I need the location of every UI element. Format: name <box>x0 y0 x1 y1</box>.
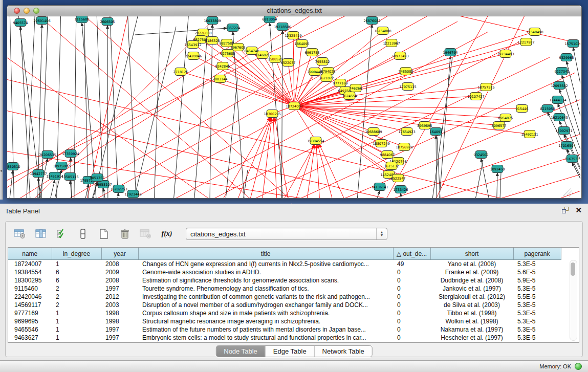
scrollbar-thumb[interactable] <box>571 262 575 276</box>
cell-name[interactable]: 9115460 <box>8 285 52 293</box>
cell-name[interactable]: 9777169 <box>8 309 52 317</box>
column-header-year[interactable]: year <box>101 248 138 260</box>
new-column-icon[interactable] <box>97 227 111 240</box>
network-node[interactable]: 1650510 <box>7 163 20 170</box>
cell-year[interactable]: 1997 <box>101 325 138 334</box>
cell-year[interactable]: 1998 <box>101 317 138 325</box>
cell-short[interactable]: Dudbridge et al. (2008) <box>430 276 513 285</box>
network-node[interactable]: 3624554 <box>342 92 357 100</box>
cell-year[interactable]: 1998 <box>101 309 138 317</box>
close-window-icon[interactable] <box>14 8 20 14</box>
network-node[interactable]: 1615132 <box>384 162 399 170</box>
cell-pagerank[interactable]: 5.3E-5 <box>513 334 561 342</box>
cell-name[interactable]: 19384554 <box>8 268 52 276</box>
cell-in_degree[interactable]: 1 <box>52 334 101 342</box>
network-node[interactable]: 9275685 <box>221 50 235 57</box>
network-node[interactable]: 2803144 <box>213 75 228 83</box>
network-node[interactable]: 16033809 <box>204 17 221 25</box>
cell-title[interactable]: Tourette syndrome. Phenomenology and cla… <box>138 285 393 293</box>
cell-pagerank[interactable]: 5.3E-5 <box>513 260 561 269</box>
network-node[interactable]: 1946794 <box>443 49 458 56</box>
cell-short[interactable]: de Silva et al. (2003) <box>430 301 513 309</box>
cell-in_degree[interactable]: 6 <box>52 268 101 276</box>
network-node[interactable]: 16154808 <box>374 27 391 35</box>
network-node[interactable]: 15751024 <box>564 40 580 48</box>
cell-out_de[interactable]: 0 <box>393 334 430 342</box>
cell-out_de[interactable]: 0 <box>393 285 430 293</box>
network-node[interactable]: 9777169 <box>333 79 348 87</box>
network-node[interactable]: 15492131 <box>521 130 538 138</box>
network-node[interactable]: 2606505 <box>100 18 115 26</box>
network-node[interactable]: 17016504 <box>558 142 575 149</box>
cell-pagerank[interactable]: 5.9E-5 <box>513 276 561 285</box>
network-node[interactable]: 13942737 <box>30 170 47 178</box>
cell-name[interactable]: 18724007 <box>8 260 52 269</box>
cell-short[interactable]: Yano et al. (2008) <box>430 260 513 269</box>
network-node[interactable]: 6522037 <box>281 59 296 67</box>
cell-title[interactable]: Disruption of a novel member of a sodium… <box>138 301 393 309</box>
network-node[interactable]: 13505115 <box>61 173 78 181</box>
network-node[interactable]: 9051357 <box>90 174 105 182</box>
network-node[interactable]: 1621072 <box>319 74 334 82</box>
cell-in_degree[interactable]: 1 <box>52 260 101 269</box>
network-node[interactable]: 16210643 <box>551 114 568 121</box>
cell-year[interactable]: 2003 <box>101 301 138 309</box>
network-node[interactable]: 9242845 <box>215 62 230 70</box>
table-row[interactable]: 1456911722003Disruption of a novel membe… <box>8 301 561 309</box>
cell-in_degree[interactable]: 2 <box>52 293 101 301</box>
left-panel-collapsed-strip[interactable]: ◂ <box>0 0 3 200</box>
cell-year[interactable]: 2012 <box>101 293 138 301</box>
table-settings-icon[interactable] <box>13 227 27 240</box>
cell-title[interactable]: Structural magnetic resonance image aver… <box>138 317 393 325</box>
table-row[interactable]: 1830029562008Estimation of significance … <box>8 276 561 285</box>
network-node[interactable]: 9884067 <box>380 151 395 159</box>
cell-out_de[interactable]: 0 <box>393 325 430 334</box>
network-node[interactable]: 10688609 <box>365 128 382 136</box>
table-row[interactable]: 2242004622012Investigating the contribut… <box>8 293 561 301</box>
delete-column-icon[interactable] <box>118 227 132 240</box>
network-node[interactable]: 8939895 <box>418 122 432 129</box>
network-node[interactable]: 12213967 <box>383 39 400 47</box>
cell-year[interactable]: 1997 <box>101 334 138 342</box>
cell-title[interactable]: Genome-wide association studies in ADHD. <box>138 268 393 276</box>
cell-year[interactable]: 2008 <box>101 260 138 269</box>
network-node[interactable]: 12325419 <box>285 32 301 39</box>
network-node[interactable]: 7955812 <box>315 58 330 65</box>
cell-year[interactable]: 2008 <box>101 276 138 285</box>
cell-name[interactable]: 9465546 <box>8 325 52 334</box>
table-selector-dropdown[interactable]: citations_edges.txt ▲▼ <box>186 228 387 240</box>
cell-short[interactable]: Jankovic et al. (1997) <box>430 285 513 293</box>
cell-title[interactable]: Estimation of the future numbers of pati… <box>138 325 393 334</box>
memory-ok-indicator-icon[interactable] <box>575 363 582 370</box>
table-row[interactable]: 911546021997Tourette syndrome. Phenomeno… <box>8 285 561 293</box>
network-node[interactable]: 8357224 <box>226 24 241 32</box>
table-row[interactable]: 946554611997Estimation of the future num… <box>8 325 561 334</box>
cell-year[interactable]: 1997 <box>101 285 138 293</box>
cell-in_degree[interactable]: 1 <box>52 317 101 325</box>
tab-edge-table[interactable]: Edge Table <box>266 346 315 357</box>
float-panel-icon[interactable] <box>562 207 569 214</box>
network-view-window[interactable]: citations_edges.txt 18724007282260389827… <box>7 5 582 199</box>
cell-short[interactable]: Wolkin et al. (1998) <box>430 317 513 325</box>
cell-year[interactable]: 2009 <box>101 268 138 276</box>
cell-short[interactable]: Tibbo et al. (1998) <box>430 309 513 317</box>
network-node[interactable]: 6961758 <box>305 49 320 56</box>
network-node[interactable]: 1733426 <box>394 186 408 193</box>
cell-in_degree[interactable]: 1 <box>52 309 101 317</box>
cell-short[interactable]: Hescheler et al. (1997) <box>430 334 513 342</box>
cell-out_de[interactable]: 0 <box>393 317 430 325</box>
network-node[interactable]: 8096577 <box>492 122 507 129</box>
cell-short[interactable]: Stergiakouli et al. (2012) <box>430 293 513 301</box>
cell-pagerank[interactable]: 5.3E-5 <box>513 301 561 309</box>
column-header-short[interactable]: short <box>430 248 513 260</box>
cell-in_degree[interactable]: 2 <box>52 301 101 309</box>
cell-out_de[interactable]: 0 <box>393 276 430 285</box>
network-node[interactable]: 20206535 <box>39 151 56 159</box>
network-node[interactable]: 9329965 <box>559 54 574 61</box>
network-node[interactable]: 18757515 <box>477 83 494 91</box>
network-node[interactable]: 6813054 <box>263 16 277 23</box>
cell-pagerank[interactable]: 5.3E-5 <box>513 309 561 317</box>
network-node[interactable]: 8954875 <box>498 114 513 122</box>
network-node[interactable]: 1864095 <box>295 40 310 48</box>
network-node[interactable]: 7990448 <box>308 68 322 76</box>
